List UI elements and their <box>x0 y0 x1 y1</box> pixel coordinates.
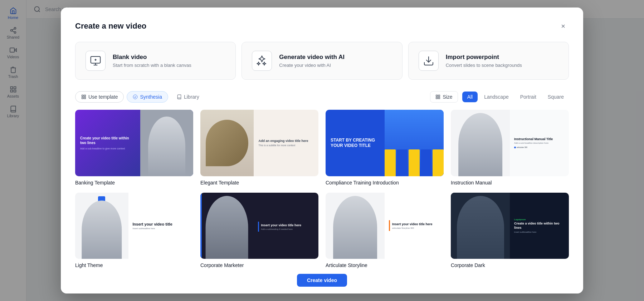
tab-library[interactable]: Library <box>171 92 205 102</box>
template-label-dark: Corporate Dark <box>451 262 569 268</box>
ai-title: Generate video with AI <box>279 54 345 61</box>
template-tabs: Use template Synthesia Library <box>75 91 205 103</box>
filter-square[interactable]: Square <box>543 92 569 102</box>
template-thumb-light: Insert your video title Insert subheadli… <box>75 193 193 259</box>
template-grid-row2: Insert your video title Insert subheadli… <box>75 193 569 268</box>
svg-rect-24 <box>436 95 438 97</box>
import-text: Import powerpoint Convert slides to scen… <box>446 54 522 68</box>
svg-rect-20 <box>84 95 86 97</box>
filter-landscape[interactable]: Landscape <box>479 92 514 102</box>
template-thumb-instruction: Instructional Manual Title Add a sub-hea… <box>451 110 569 176</box>
template-label-banking: Banking Template <box>75 180 193 186</box>
template-thumb-elegant: Add an engaging video title here This is… <box>200 110 318 176</box>
tab-synthesia-label: Synthesia <box>140 94 162 100</box>
svg-rect-19 <box>82 95 83 97</box>
import-title: Import powerpoint <box>446 54 522 61</box>
template-thumb-compliance: START BY CREATING YOUR VIDEO TITLE <box>326 110 444 176</box>
ai-icon <box>252 51 272 71</box>
ai-text: Generate video with AI Create your video… <box>279 54 345 68</box>
template-card-compliance[interactable]: START BY CREATING YOUR VIDEO TITLE <box>326 110 444 186</box>
ai-desc: Create your video with AI <box>279 63 345 68</box>
template-label-elegant: Elegant Template <box>200 180 318 186</box>
size-label: Size <box>443 94 452 100</box>
filter-portrait[interactable]: Portrait <box>515 92 541 102</box>
template-card-storyline[interactable]: Insert your video title here articulate … <box>326 193 444 268</box>
template-card-corporate[interactable]: Insert your video title here Add a subhe… <box>200 193 318 268</box>
import-desc: Convert slides to scene backgrounds <box>446 63 522 68</box>
filter-tabs: All Landscape Portrait Square <box>462 92 569 102</box>
tab-library-label: Library <box>184 94 199 100</box>
template-card-elegant[interactable]: Add an engaging video title here This is… <box>200 110 318 186</box>
library-icon <box>177 94 182 99</box>
template-label-light: Light Theme <box>75 262 193 268</box>
template-section-header: Use template Synthesia Library <box>75 91 569 103</box>
template-label-compliance: Compliance Training Introduction <box>326 180 444 186</box>
import-icon <box>419 51 439 71</box>
tab-synthesia[interactable]: Synthesia <box>127 91 168 103</box>
svg-rect-22 <box>84 97 86 99</box>
template-label-instruction: Instruction Manual <box>451 180 569 186</box>
svg-rect-21 <box>82 97 83 99</box>
svg-rect-25 <box>439 95 440 97</box>
template-grid-row1: Create your video title within two lines… <box>75 110 569 186</box>
use-template-label: Use template <box>88 94 118 100</box>
template-thumb-banking: Create your video title within two lines… <box>75 110 193 176</box>
template-card-dark[interactable]: Logoipsum Create a video title within tw… <box>451 193 569 268</box>
blank-video-icon <box>86 51 106 71</box>
blank-video-title: Blank video <box>113 54 191 61</box>
template-card-instruction[interactable]: Instructional Manual Title Add a sub-hea… <box>451 110 569 186</box>
svg-point-23 <box>133 95 138 99</box>
import-ppt-card[interactable]: Import powerpoint Convert slides to scen… <box>408 42 569 80</box>
template-label-corporate: Corporate Marketer <box>200 262 318 268</box>
size-icon <box>435 94 440 99</box>
generate-ai-card[interactable]: Generate video with AI Create your video… <box>241 42 402 80</box>
template-thumb-corporate: Insert your video title here Add a subhe… <box>200 193 318 259</box>
modal-title: Create a new video <box>75 21 146 31</box>
size-button[interactable]: Size <box>430 91 458 103</box>
option-cards-row: Blank video Start from scratch with a bl… <box>75 42 569 80</box>
create-video-modal: Create a new video × Blank video <box>61 8 583 293</box>
svg-rect-27 <box>439 97 440 99</box>
create-video-button[interactable]: Create video <box>297 274 347 287</box>
template-card-banking[interactable]: Create your video title within two lines… <box>75 110 193 186</box>
synthesia-icon <box>133 94 138 99</box>
create-video-label: Create video <box>307 277 337 283</box>
modal-header: Create a new video × <box>75 20 569 32</box>
blank-video-desc: Start from scratch with a blank canvas <box>113 63 191 68</box>
close-button[interactable]: × <box>557 20 569 32</box>
template-thumb-storyline: Insert your video title here articulate … <box>326 193 444 259</box>
blank-video-card[interactable]: Blank video Start from scratch with a bl… <box>75 42 236 80</box>
template-thumb-dark: Logoipsum Create a video title within tw… <box>451 193 569 259</box>
filter-all[interactable]: All <box>462 92 478 102</box>
template-label-storyline: Articulate Storyline <box>326 262 444 268</box>
svg-rect-26 <box>436 97 438 99</box>
blank-video-text: Blank video Start from scratch with a bl… <box>113 54 191 68</box>
use-template-button[interactable]: Use template <box>75 91 124 103</box>
filter-group: Size All Landscape Portrait Square <box>430 91 569 103</box>
table-icon <box>81 94 86 99</box>
modal-overlay: Create a new video × Blank video <box>0 0 644 301</box>
template-card-light[interactable]: Insert your video title Insert subheadli… <box>75 193 193 268</box>
